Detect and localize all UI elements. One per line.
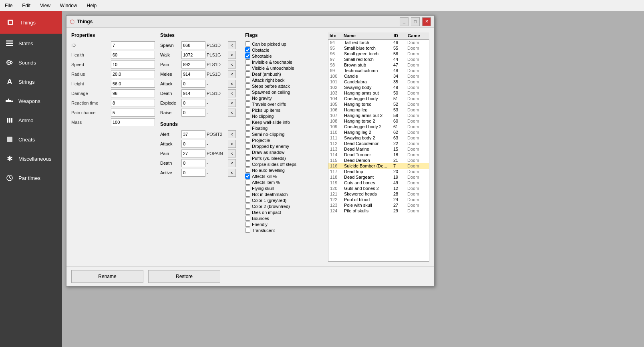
list-item[interactable]: 115Dead Demon21Doom	[328, 157, 429, 163]
sound-btn[interactable]: <	[228, 140, 236, 148]
list-item[interactable]: 121Skewered heads28Doom	[328, 191, 429, 197]
flag-checkbox[interactable]	[245, 59, 250, 65]
sound-input[interactable]	[181, 149, 205, 157]
flag-checkbox[interactable]	[245, 198, 250, 203]
sound-input[interactable]	[181, 169, 205, 177]
sidebar-item-strings[interactable]: A Strings	[0, 72, 62, 91]
sound-input[interactable]	[181, 140, 205, 148]
flag-checkbox[interactable]	[245, 77, 250, 83]
restore-button[interactable]: Restore	[148, 270, 220, 283]
flag-checkbox[interactable]	[245, 137, 250, 143]
state-input[interactable]	[181, 80, 205, 88]
list-item[interactable]: 117Dead Imp20Doom	[328, 169, 429, 174]
thing-list[interactable]: 94Tall red torch46Doom95Small blue torch…	[328, 39, 429, 262]
sound-input[interactable]	[181, 130, 205, 138]
prop-input[interactable]	[111, 118, 155, 126]
flag-checkbox[interactable]	[245, 143, 250, 149]
list-item[interactable]: 113Dead Marine15Doom	[328, 146, 429, 152]
list-item[interactable]: 96Small green torch56Doom	[328, 51, 429, 56]
list-item[interactable]: 102Swaying body49Doom	[328, 85, 429, 90]
flag-checkbox[interactable]	[245, 131, 250, 137]
flag-checkbox[interactable]	[245, 107, 250, 113]
sidebar-item-states[interactable]: States	[0, 34, 62, 53]
prop-input[interactable]	[111, 70, 155, 78]
list-item[interactable]: 114Dead Trooper18Doom	[328, 152, 429, 157]
list-item[interactable]: 97Small red torch44Doom	[328, 56, 429, 62]
list-item[interactable]: 120Guts and bones 212Doom	[328, 186, 429, 191]
prop-input[interactable]	[111, 99, 155, 107]
close-button[interactable]: ✕	[422, 17, 431, 26]
sidebar-item-partimes[interactable]: Par times	[0, 168, 62, 188]
sound-btn[interactable]: <	[228, 159, 236, 167]
state-input[interactable]	[181, 41, 205, 49]
flag-checkbox[interactable]	[245, 210, 250, 215]
state-input[interactable]	[181, 51, 205, 59]
state-input[interactable]	[181, 109, 205, 117]
list-item[interactable]: 104One-legged body51Doom	[328, 96, 429, 101]
flag-checkbox[interactable]	[245, 71, 250, 77]
sidebar-item-things[interactable]: Things	[0, 11, 62, 34]
list-item[interactable]: 119Guts and bones49Doom	[328, 180, 429, 186]
state-input[interactable]	[181, 89, 205, 97]
menu-help[interactable]: Help	[85, 2, 99, 9]
list-item[interactable]: 110Hanging leg 262Doom	[328, 129, 429, 135]
menu-file[interactable]: File	[3, 2, 14, 9]
list-item[interactable]: 95Small blue torch55Doom	[328, 45, 429, 51]
flag-checkbox[interactable]	[245, 167, 250, 173]
list-item[interactable]: 111Swaying body 263Doom	[328, 135, 429, 141]
state-input[interactable]	[181, 99, 205, 107]
prop-input[interactable]	[111, 41, 155, 49]
list-item[interactable]: 103Hanging arms out50Doom	[328, 90, 429, 96]
flag-checkbox[interactable]	[245, 47, 250, 52]
list-item[interactable]: 122Pool of blood24Doom	[328, 197, 429, 202]
flag-checkbox[interactable]	[245, 65, 250, 71]
prop-input[interactable]	[111, 61, 155, 69]
prop-input[interactable]	[111, 109, 155, 117]
list-item[interactable]: 124Pile of skulls29Doom	[328, 208, 429, 214]
sidebar-item-weapons[interactable]: Weapons	[0, 91, 62, 111]
sound-btn[interactable]: <	[228, 130, 236, 138]
state-input[interactable]	[181, 61, 205, 69]
state-btn[interactable]: <	[228, 41, 236, 49]
flag-checkbox[interactable]	[245, 180, 250, 185]
flag-checkbox[interactable]	[245, 125, 250, 131]
sound-btn[interactable]: <	[228, 149, 236, 157]
list-item[interactable]: 112Dead Cacodemon22Doom	[328, 141, 429, 146]
sidebar-item-ammo[interactable]: Ammo	[0, 111, 62, 130]
list-item[interactable]: 105Hanging torso52Doom	[328, 101, 429, 107]
sidebar-item-sounds[interactable]: Sounds	[0, 53, 62, 72]
flag-checkbox[interactable]	[245, 95, 250, 101]
minimize-button[interactable]: _	[400, 17, 409, 26]
list-item[interactable]: 123Pole with skull27Doom	[328, 202, 429, 208]
flag-checkbox[interactable]	[245, 83, 250, 89]
menu-edit[interactable]: Edit	[20, 2, 32, 9]
list-item[interactable]: 106Hanging leg53Doom	[328, 107, 429, 113]
flag-checkbox[interactable]	[245, 161, 250, 167]
flag-checkbox[interactable]	[245, 174, 250, 179]
list-item[interactable]: 94Tall red torch46Doom	[328, 40, 429, 45]
list-item[interactable]: 100Candle34Doom	[328, 73, 429, 79]
flag-checkbox[interactable]	[245, 192, 250, 197]
flag-checkbox[interactable]	[245, 155, 250, 161]
state-btn[interactable]: <	[228, 61, 236, 69]
flag-checkbox[interactable]	[245, 228, 250, 233]
rename-button[interactable]: Rename	[71, 270, 143, 283]
flag-checkbox[interactable]	[245, 216, 250, 221]
sidebar-item-misc[interactable]: ✱ Miscellaneous	[0, 149, 62, 168]
flag-checkbox[interactable]	[245, 119, 250, 125]
list-item[interactable]: 109One-legged body 261Doom	[328, 124, 429, 129]
state-btn[interactable]: <	[228, 70, 236, 78]
flag-checkbox[interactable]	[245, 89, 250, 95]
state-btn[interactable]: <	[228, 99, 236, 107]
menu-view[interactable]: View	[38, 2, 52, 9]
sound-input[interactable]	[181, 159, 205, 167]
maximize-button[interactable]: □	[411, 17, 420, 26]
state-input[interactable]	[181, 70, 205, 78]
list-item[interactable]: 108Hanging torso 260Doom	[328, 118, 429, 124]
prop-input[interactable]	[111, 89, 155, 97]
state-btn[interactable]: <	[228, 80, 236, 88]
flag-checkbox[interactable]	[245, 53, 250, 59]
state-btn[interactable]: <	[228, 89, 236, 97]
list-item[interactable]: 99Technical column48Doom	[328, 68, 429, 73]
menu-window[interactable]: Window	[58, 2, 79, 9]
